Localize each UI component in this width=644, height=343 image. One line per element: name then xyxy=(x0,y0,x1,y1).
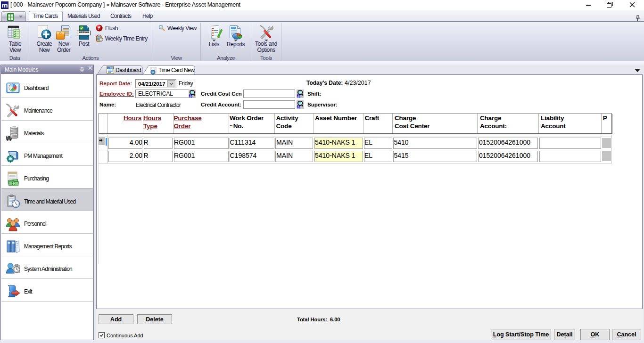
svg-text:m: m xyxy=(1,1,8,9)
svg-text:*****: ***** xyxy=(79,30,89,36)
svg-text:f3: f3 xyxy=(297,94,301,98)
svg-text:f3: f3 xyxy=(189,94,193,98)
svg-text:f3: f3 xyxy=(297,105,301,109)
